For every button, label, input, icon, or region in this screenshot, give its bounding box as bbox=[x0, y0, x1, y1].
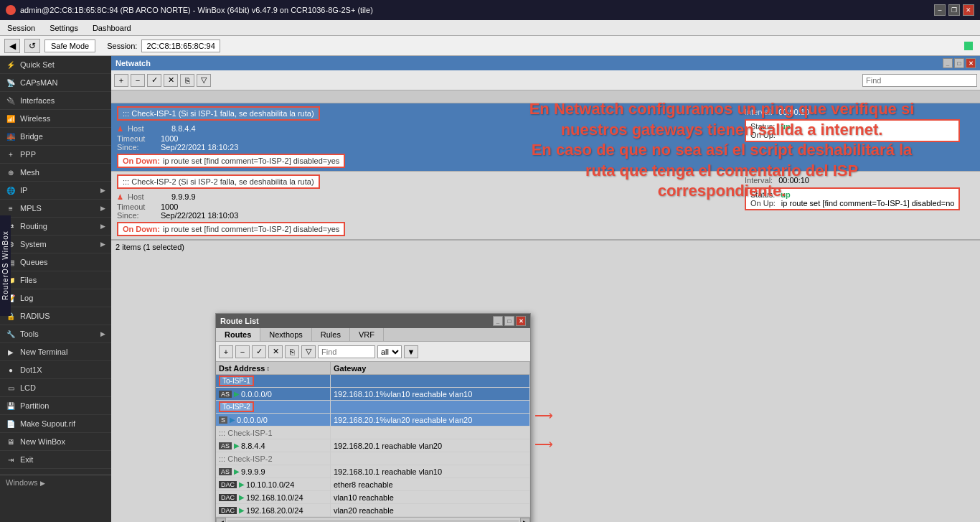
routelist-max-btn[interactable]: □ bbox=[504, 316, 514, 326]
sidebar-item-quick-set[interactable]: ⚡ Quick Set bbox=[0, 56, 111, 74]
menu-session[interactable]: Session bbox=[4, 22, 38, 34]
rl-check-btn[interactable]: ✓ bbox=[252, 345, 266, 358]
sidebar-item-mesh[interactable]: ⊕ Mesh bbox=[0, 164, 111, 182]
gw-s1: 192.168.20.1%vlan20 reachable vlan20 bbox=[331, 414, 530, 426]
tab-nexthops[interactable]: Nexthops bbox=[260, 328, 311, 341]
routelist-filter-select[interactable]: all bbox=[377, 345, 402, 358]
maximize-button[interactable]: ❐ bbox=[948, 4, 960, 16]
refresh-button[interactable]: ↺ bbox=[24, 39, 40, 53]
routelist-scrollbar[interactable]: ◀ ▶ bbox=[216, 517, 530, 522]
route-row-as2[interactable]: AS ▶ 8.8.4.4 192.168.20.1 reachable vlan… bbox=[216, 439, 530, 452]
route-row-s1[interactable]: S ▶ 0.0.0.0/0 192.168.20.1%vlan20 reacha… bbox=[216, 414, 530, 427]
rl-cross-btn[interactable]: ✕ bbox=[268, 345, 283, 358]
annotation-line5: correspondiente. bbox=[478, 181, 966, 202]
route-type-s1: S bbox=[219, 416, 227, 424]
nw-cross-btn[interactable]: ✕ bbox=[164, 74, 178, 87]
route-row-as3[interactable]: AS ▶ 9.9.9.9 192.168.10.1 reachable vlan… bbox=[216, 465, 530, 478]
route-row-dac3[interactable]: DAC ▶ 192.168.20.0/24 vlan20 reachable bbox=[216, 504, 530, 517]
host-label-1: Host bbox=[128, 124, 167, 133]
dst-dac2: 192.168.10.0/24 bbox=[246, 493, 303, 502]
sidebar-item-new-winbox[interactable]: 🖥 New WinBox bbox=[0, 433, 111, 451]
netwatch-min-btn[interactable]: _ bbox=[943, 58, 953, 68]
sidebar-item-partition[interactable]: 💾 Partition bbox=[0, 397, 111, 415]
route-type-dac3: DAC bbox=[219, 507, 237, 514]
since-label-2: Since: bbox=[117, 211, 156, 220]
dst-address-header: Dst Address ↕ bbox=[216, 362, 331, 374]
gw-dac1: ether8 reachable bbox=[331, 478, 530, 490]
close-button[interactable]: ✕ bbox=[963, 4, 974, 16]
content-area: Netwatch _ □ ✕ + − ✓ ✕ ⎘ ▽ bbox=[111, 56, 980, 522]
sidebar-item-tools[interactable]: 🔧 Tools ▶ bbox=[0, 325, 111, 343]
scroll-left-btn[interactable]: ◀ bbox=[216, 518, 226, 523]
host-icon-1: ♟ bbox=[117, 125, 123, 133]
nw-remove-btn[interactable]: − bbox=[131, 74, 145, 87]
route-type-as2: AS bbox=[219, 442, 232, 449]
sidebar-item-interfaces[interactable]: 🔌 Interfaces bbox=[0, 92, 111, 110]
safe-mode-button[interactable]: Safe Mode bbox=[44, 39, 95, 52]
rl-dropdown-btn[interactable]: ▼ bbox=[404, 345, 418, 358]
minimize-button[interactable]: – bbox=[934, 4, 946, 16]
nw-filter-btn[interactable]: ▽ bbox=[197, 74, 211, 87]
route-type-dac1: DAC bbox=[219, 481, 237, 488]
netwatch-close-btn[interactable]: ✕ bbox=[966, 58, 976, 68]
route-row-as1[interactable]: AS ▶ 0.0.0.0/0 192.168.10.1%vlan10 reach… bbox=[216, 388, 530, 401]
nw-copy-btn[interactable]: ⎘ bbox=[180, 74, 194, 87]
netwatch-max-btn[interactable]: □ bbox=[954, 58, 964, 68]
tab-routes[interactable]: Routes bbox=[216, 328, 260, 341]
netwatch-find-input[interactable] bbox=[862, 74, 977, 87]
netwatch-toolbar: + − ✓ ✕ ⎘ ▽ bbox=[111, 70, 980, 90]
back-button[interactable]: ◀ bbox=[4, 39, 20, 53]
sidebar-item-exit[interactable]: ⇥ Exit bbox=[0, 451, 111, 469]
rl-add-btn[interactable]: + bbox=[219, 345, 233, 358]
sidebar: ⚡ Quick Set 📡 CAPsMAN 🔌 Interfaces 📶 Wir… bbox=[0, 56, 111, 522]
exit-icon: ⇥ bbox=[6, 455, 16, 465]
sidebar-item-new-terminal[interactable]: ▶ New Terminal bbox=[0, 343, 111, 361]
sidebar-item-ip[interactable]: 🌐 IP ▶ bbox=[0, 182, 111, 200]
route-row-dac1[interactable]: DAC ▶ 10.10.10.0/24 ether8 reachable bbox=[216, 478, 530, 491]
route-type-as3: AS bbox=[219, 468, 232, 475]
rl-remove-btn[interactable]: − bbox=[235, 345, 250, 358]
sidebar-item-capsman[interactable]: 📡 CAPsMAN bbox=[0, 74, 111, 92]
isp1-title-box: ::: Check-ISP-1 (Si si ISP-1 falla, se d… bbox=[117, 106, 320, 121]
route-row-isp2-label[interactable]: To-ISP-2 bbox=[216, 401, 530, 414]
sidebar-item-make-supout[interactable]: 📄 Make Supout.rif bbox=[0, 415, 111, 433]
rl-filter-btn[interactable]: ▽ bbox=[301, 345, 316, 358]
quick-set-icon: ⚡ bbox=[6, 60, 16, 70]
arrow-as3: ▶ bbox=[234, 467, 240, 475]
session-value: 2C:C8:1B:65:8C:94 bbox=[141, 39, 220, 52]
tab-vrf[interactable]: VRF bbox=[350, 328, 384, 341]
scroll-right-btn[interactable]: ▶ bbox=[520, 518, 530, 523]
nw-add-btn[interactable]: + bbox=[114, 74, 128, 87]
routelist-min-btn[interactable]: _ bbox=[493, 316, 503, 326]
timeout-label-2: Timeout bbox=[117, 202, 156, 211]
scroll-track bbox=[227, 520, 519, 523]
routing-arrow: ▶ bbox=[100, 223, 105, 230]
routelist-close-btn[interactable]: ✕ bbox=[516, 316, 526, 326]
rl-copy-btn[interactable]: ⎘ bbox=[285, 345, 299, 358]
col-header-empty bbox=[111, 93, 125, 101]
route-row-isp1-label[interactable]: To-ISP-1 bbox=[216, 375, 530, 388]
sidebar-item-queues[interactable]: ▤ Queues bbox=[0, 253, 111, 271]
sidebar-item-radius[interactable]: 🔒 RADIUS bbox=[0, 307, 111, 325]
sidebar-item-files[interactable]: 📁 Files bbox=[0, 271, 111, 289]
sidebar-item-mpls[interactable]: ≡ MPLS ▶ bbox=[0, 200, 111, 218]
sidebar-item-wireless[interactable]: 📶 Wireless bbox=[0, 110, 111, 128]
arrow-as1: ▶ bbox=[234, 390, 240, 398]
nw-check-btn[interactable]: ✓ bbox=[147, 74, 161, 87]
windows-item[interactable]: Windows bbox=[6, 478, 38, 487]
sidebar-item-lcd[interactable]: ▭ LCD bbox=[0, 379, 111, 397]
sidebar-item-bridge[interactable]: 🌉 Bridge bbox=[0, 128, 111, 146]
app-icon bbox=[6, 5, 16, 15]
sidebar-item-ppp[interactable]: + PPP bbox=[0, 146, 111, 164]
tab-rules[interactable]: Rules bbox=[312, 328, 350, 341]
route-row-dac2[interactable]: DAC ▶ 192.168.10.0/24 vlan10 reachable bbox=[216, 491, 530, 504]
red-arrow-isp1: ⟶ bbox=[534, 408, 553, 424]
menu-dashboard[interactable]: Dashboard bbox=[90, 22, 134, 34]
sidebar-item-system[interactable]: ⚙ System ▶ bbox=[0, 236, 111, 253]
route-row-comment2: ::: Check-ISP-2 bbox=[216, 452, 530, 465]
routelist-find-input[interactable] bbox=[318, 345, 375, 358]
sidebar-item-routing[interactable]: ⇄ Routing ▶ bbox=[0, 218, 111, 236]
menu-settings[interactable]: Settings bbox=[47, 22, 81, 34]
sidebar-item-dot1x[interactable]: ● Dot1X bbox=[0, 361, 111, 379]
sidebar-item-log[interactable]: 📝 Log bbox=[0, 289, 111, 307]
